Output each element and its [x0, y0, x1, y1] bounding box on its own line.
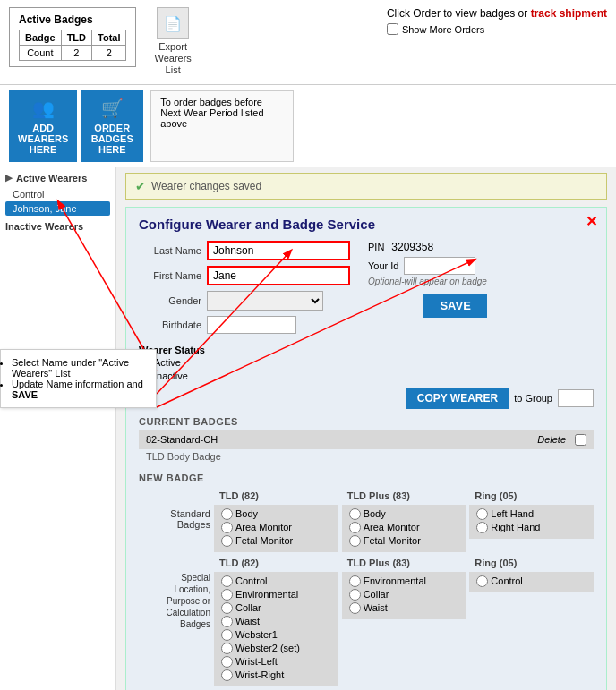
- wearer-status: Wearer Status Active Inactive: [139, 345, 594, 382]
- current-badges-title: CURRENT BADGES: [139, 416, 594, 427]
- page-wrapper: Active Badges Badge TLD Total Count 2 2: [0, 0, 616, 690]
- special-tld-col: Control Environmental Collar Waist Webst…: [214, 572, 338, 686]
- to-group-label: to Group: [514, 393, 552, 404]
- active-wearers-header[interactable]: ▶ Active Wearers: [5, 173, 110, 183]
- special-ring-col: Control: [469, 572, 594, 592]
- active-wearers-title: Active Wearers: [16, 173, 87, 183]
- status-inactive-label: Inactive: [154, 371, 188, 381]
- new-badge-title: NEW BADGE: [139, 473, 594, 483]
- top-bar: Active Badges Badge TLD Total Count 2 2: [0, 0, 616, 85]
- saved-text: Wearer changes saved: [151, 180, 261, 192]
- order-cart-icon: 🛒: [101, 98, 124, 119]
- new-badge: NEW BADGE TLD (82) TLD Plus (83) Ring (0…: [139, 473, 594, 690]
- copy-wearer-button[interactable]: COPY WEARER: [406, 388, 509, 409]
- gender-label: Gender: [139, 295, 201, 306]
- std-area-tldplus: Area Monitor: [349, 522, 459, 533]
- active-badges-table: Badge TLD Total Count 2 2: [19, 30, 126, 61]
- expand-icon: ▶: [5, 173, 13, 183]
- last-name-row: Last Name: [139, 241, 350, 260]
- saved-message: ✔ Wearer changes saved: [125, 173, 607, 200]
- add-wearers-button[interactable]: 👥 ADDWEARERSHERE: [9, 90, 77, 162]
- ab-total-count: 2: [92, 46, 126, 61]
- export-button[interactable]: 📄 ExportWearersList: [154, 7, 191, 77]
- nav-johnson-jane[interactable]: Johnson, Jane: [5, 201, 110, 216]
- ab-col-tld: TLD: [61, 30, 91, 46]
- add-wearers-label: ADDWEARERSHERE: [18, 123, 68, 155]
- optional-note: Optional-will appear on badge: [368, 277, 487, 286]
- first-name-row: First Name: [139, 266, 350, 285]
- special-badges-label: SpecialLocation,Purpose orCalculationBad…: [139, 572, 210, 630]
- annotation-box: Select Name under "Active Wearers" List …: [0, 349, 157, 408]
- status-inactive-row: Inactive: [139, 371, 594, 382]
- col1-title: TLD (82): [214, 489, 338, 503]
- std-left-ring: Left Hand: [476, 508, 586, 520]
- ab-col-total: Total: [92, 30, 126, 46]
- add-wearers-icon: 👥: [32, 98, 55, 119]
- first-name-label: First Name: [139, 270, 201, 281]
- std-body-tld: Body: [221, 508, 331, 520]
- configure-title: Configure Wearer and Badge Service: [139, 217, 594, 232]
- active-badges-box: Active Badges Badge TLD Total Count 2 2: [9, 7, 136, 67]
- col3-title: Ring (05): [469, 489, 594, 503]
- nav-control[interactable]: Control: [5, 187, 110, 201]
- std-body-tldplus: Body: [349, 508, 459, 520]
- delete-label: Delete: [537, 434, 566, 445]
- birthdate-row: Birthdate: [139, 316, 350, 334]
- std-right-ring: Right Hand: [476, 522, 586, 533]
- delete-checkbox[interactable]: [575, 434, 586, 446]
- configure-box: Configure Wearer and Badge Service ✕ Las…: [125, 207, 607, 690]
- col2-title: TLD Plus (83): [342, 489, 466, 503]
- track-shipment-link[interactable]: track shipment: [531, 7, 607, 20]
- annotation-list: Select Name under "Active Wearers" List …: [12, 357, 145, 400]
- inactive-wearers-title: Inactive Wearers: [5, 221, 110, 232]
- export-label: ExportWearersList: [154, 41, 191, 77]
- first-name-input[interactable]: [207, 266, 350, 285]
- status-active-label: Active: [154, 357, 181, 368]
- std-fetal-tld: Fetal Monitor: [221, 535, 331, 547]
- standard-tld-col: Body Area Monitor Fetal Monitor: [214, 505, 338, 552]
- special-col1-title: TLD (82): [214, 556, 338, 570]
- your-id-input[interactable]: [404, 257, 475, 275]
- last-name-input[interactable]: [207, 241, 350, 260]
- std-area-tld: Area Monitor: [221, 522, 331, 533]
- birthdate-input[interactable]: [207, 316, 296, 334]
- current-badge-name: 82-Standard-CH: [146, 434, 528, 445]
- your-id-label: Your Id: [368, 260, 398, 271]
- left-panel: ▶ Active Wearers Control Johnson, Jane I…: [0, 167, 116, 690]
- gender-row: Gender: [139, 291, 350, 311]
- pin-value: 3209358: [391, 241, 433, 253]
- standard-tldplus-col: Body Area Monitor Fetal Monitor: [342, 505, 466, 552]
- annotation-item-2: Update Name information and SAVE: [12, 379, 145, 400]
- to-group-input[interactable]: [558, 389, 594, 407]
- order-info-text: Click Order to view badges or track ship…: [387, 7, 607, 20]
- current-badge-tld: TLD Body Badge: [139, 449, 594, 464]
- close-button[interactable]: ✕: [586, 213, 597, 230]
- special-col2-title: TLD Plus (83): [342, 556, 466, 570]
- order-period-text: To order badges before Next Wear Period …: [160, 97, 263, 129]
- main-content: ▶ Active Wearers Control Johnson, Jane I…: [0, 167, 616, 690]
- order-badges-button[interactable]: 🛒 ORDERBADGESHERE: [81, 90, 143, 162]
- current-badges: CURRENT BADGES 82-Standard-CH Delete TLD…: [139, 416, 594, 464]
- pin-row: PIN 3209358: [368, 241, 487, 253]
- std-fetal-tldplus: Fetal Monitor: [349, 535, 459, 547]
- standard-badges-label: StandardBadges: [139, 505, 210, 530]
- pin-label: PIN: [368, 242, 384, 252]
- order-badges-label: ORDERBADGESHERE: [91, 123, 133, 155]
- status-active-row: Active: [139, 357, 594, 369]
- current-badge-row: 82-Standard-CH Delete: [139, 430, 594, 449]
- show-more-label: Show More Orders: [402, 24, 484, 35]
- action-row: 👥 ADDWEARERSHERE 🛒 ORDERBADGESHERE To or…: [0, 85, 616, 167]
- birthdate-label: Birthdate: [139, 319, 201, 330]
- show-more-checkbox[interactable]: [387, 23, 398, 35]
- gender-select[interactable]: [207, 291, 323, 311]
- save-button[interactable]: SAVE: [424, 294, 486, 318]
- standard-ring-col: Left Hand Right Hand: [469, 505, 594, 539]
- ab-row-label: Count: [20, 46, 62, 61]
- active-badges-title: Active Badges: [19, 13, 126, 26]
- order-info: Click Order to view badges or track ship…: [387, 7, 607, 35]
- csv-icon: 📄: [157, 7, 189, 39]
- copy-wearer-row: COPY WEARER to Group: [139, 388, 594, 409]
- wearer-status-title: Wearer Status: [139, 345, 594, 355]
- special-tldplus-col: Environmental Collar Waist: [342, 572, 466, 619]
- special-col3-title: Ring (05): [469, 556, 594, 570]
